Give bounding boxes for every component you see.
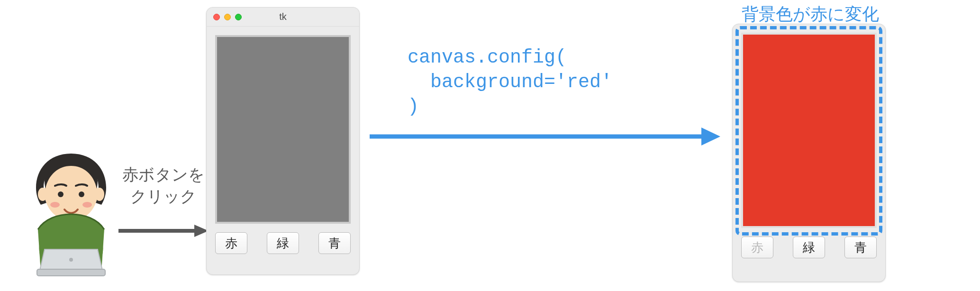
svg-point-2 [95, 188, 104, 201]
svg-point-10 [69, 258, 73, 262]
svg-point-4 [79, 191, 84, 197]
svg-point-6 [82, 202, 92, 208]
button-row-after: 赤 緑 青 [733, 236, 885, 267]
blue-button[interactable]: 青 [844, 236, 877, 258]
svg-point-3 [58, 191, 64, 197]
code-snippet: canvas.config( background='red' ) [408, 45, 612, 119]
svg-rect-9 [37, 269, 105, 276]
canvas-before [215, 35, 351, 224]
tk-window-before: tk 赤 緑 青 [206, 7, 360, 275]
green-button[interactable]: 緑 [793, 236, 825, 258]
svg-marker-14 [701, 127, 720, 146]
arrow-transition [370, 126, 720, 147]
window-title: tk [207, 11, 359, 22]
canvas-after [741, 33, 877, 228]
button-row-before: 赤 緑 青 [207, 232, 359, 263]
red-button[interactable]: 赤 [741, 236, 773, 258]
svg-point-5 [50, 202, 60, 208]
green-button[interactable]: 緑 [267, 232, 299, 254]
blue-button[interactable]: 青 [318, 232, 351, 254]
arrow-to-red-button [118, 224, 209, 238]
svg-point-1 [38, 188, 47, 201]
red-button[interactable]: 赤 [215, 232, 247, 254]
diagram-stage: 赤ボタンを クリック tk 赤 緑 青 canvas.config( backg… [0, 0, 980, 291]
caption-click-red: 赤ボタンを クリック [114, 164, 213, 208]
caption-result: 背景色が赤に変化 [730, 3, 891, 26]
tk-window-after: 赤 緑 青 [732, 24, 886, 282]
caption-click-line1: 赤ボタンを [122, 165, 205, 183]
titlebar: tk [207, 8, 359, 27]
caption-click-line2: クリック [130, 187, 197, 205]
